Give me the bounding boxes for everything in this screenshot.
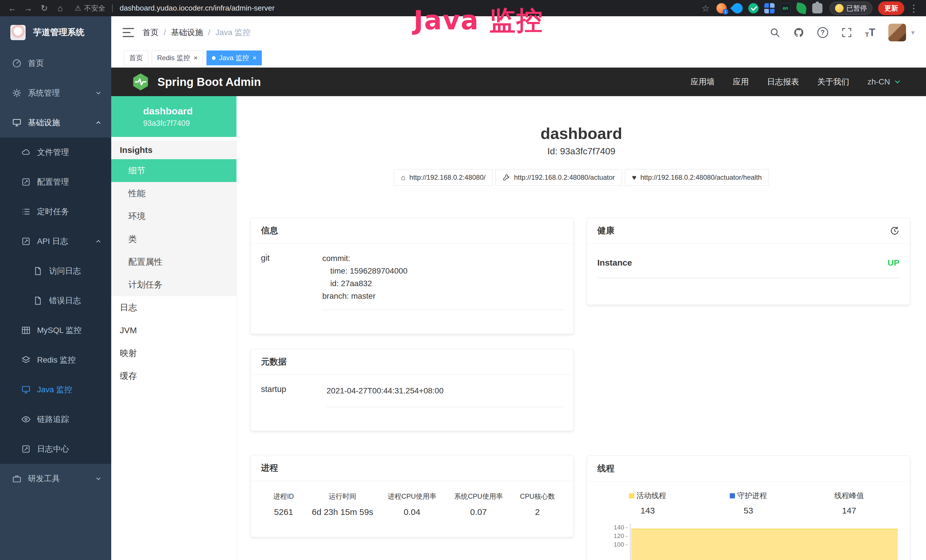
drop-extension-icon[interactable]: [730, 1, 745, 15]
info-line: branch: master: [322, 290, 563, 303]
sba-item-caches[interactable]: 缓存: [111, 365, 236, 387]
check-extension-icon[interactable]: [748, 3, 759, 14]
service-url-link[interactable]: ⌂ http://192.168.0.2:48080/: [394, 169, 493, 186]
fullscreen-icon[interactable]: [841, 27, 852, 38]
sidebar-item-error-logs[interactable]: 错误日志: [0, 286, 111, 316]
sba-header: Spring Boot Admin 应用墙 应用 日志报表 关于我们 zh-CN: [111, 68, 926, 96]
browser-menu-icon[interactable]: ⋮: [907, 2, 920, 15]
divider: [112, 4, 113, 12]
tab-java-monitor[interactable]: Java 监控 ×: [206, 50, 262, 65]
search-icon[interactable]: [769, 27, 780, 38]
sidebar-item-redis-monitor[interactable]: Redis 监控: [0, 345, 111, 375]
sba-item-scheduled-tasks[interactable]: 计划任务: [111, 273, 236, 296]
sba-item-logs[interactable]: 日志: [111, 296, 236, 319]
health-card: 健康 Instance UP: [587, 218, 910, 305]
avatar-caret-icon[interactable]: ▾: [911, 29, 915, 36]
hamburger-icon[interactable]: [123, 28, 134, 37]
sba-main: dashboard Id: 93a3fc7f7409 ⌂ http://192.…: [237, 96, 926, 560]
legend-label: 线程峰值: [834, 491, 864, 501]
sidebar-item-log-center[interactable]: 日志中心: [0, 434, 111, 464]
sidebar-item-config-management[interactable]: 配置管理: [0, 167, 111, 197]
sba-nav-applications[interactable]: 应用: [733, 76, 749, 87]
health-url-link[interactable]: ♥ http://192.168.0.2:48080/actuator/heal…: [625, 169, 769, 186]
sba-item-mappings[interactable]: 映射: [111, 342, 236, 365]
help-icon[interactable]: ?: [817, 27, 828, 38]
process-card: 进程 进程ID 5261: [250, 455, 574, 537]
address-bar-url[interactable]: dashboard.yudao.iocoder.cn/infra/admin-s…: [120, 4, 274, 12]
sidebar-item-infrastructure[interactable]: 基础设施: [0, 108, 111, 138]
sba-nav-journal[interactable]: 日志报表: [767, 76, 799, 87]
card-title-text: 线程: [598, 463, 614, 474]
wrench-icon: [502, 174, 510, 181]
sidebar-item-api-logs[interactable]: API 日志: [0, 227, 111, 256]
breadcrumb-item-infrastructure[interactable]: 基础设施: [171, 27, 203, 38]
stat-value: 6d 23h 15m 59s: [306, 507, 379, 517]
sidebar-item-label: 访问日志: [49, 266, 102, 277]
threads-card-body: 活动线程 143 守护进程 53: [587, 481, 910, 560]
sidebar-item-system[interactable]: 系统管理: [0, 78, 111, 108]
back-icon[interactable]: ←: [6, 2, 19, 15]
sba-instance-header[interactable]: dashboard 93a3fc7f7409: [111, 96, 236, 137]
instance-name: dashboard: [143, 106, 236, 117]
sba-item-environment[interactable]: 环境: [111, 205, 236, 228]
actuator-url-link[interactable]: http://192.168.0.2:48080/actuator: [495, 169, 622, 186]
y-tick: 120: [614, 532, 624, 540]
sidebar-item-access-logs[interactable]: 访问日志: [0, 256, 111, 286]
tab-label: 首页: [129, 53, 143, 62]
tab-home[interactable]: 首页: [124, 50, 148, 65]
document-icon: [33, 266, 43, 276]
bookmark-star-icon[interactable]: ☆: [699, 2, 712, 15]
sidebar-item-tracing[interactable]: 链路追踪: [0, 404, 111, 434]
breadcrumb-item-home[interactable]: 首页: [142, 27, 159, 38]
tab-redis-monitor[interactable]: Redis 监控 ×: [152, 50, 203, 65]
process-card-title: 进程: [251, 455, 573, 481]
stat-value: 0.04: [379, 507, 445, 517]
leaf-extension-icon[interactable]: [795, 2, 807, 14]
monitor-icon: [12, 118, 22, 127]
sba-nav-wallboard[interactable]: 应用墙: [691, 76, 715, 87]
tab-close-icon[interactable]: ×: [194, 54, 198, 61]
home-icon[interactable]: ⌂: [54, 2, 67, 15]
small-t: T: [865, 31, 869, 38]
cards-left-column: 信息 git commit: time: 1596289704000: [250, 218, 574, 560]
paused-badge[interactable]: 已暂停: [830, 2, 872, 15]
info-line: commit:: [322, 252, 563, 265]
tab-close-icon[interactable]: ×: [253, 54, 256, 61]
sidebar-item-file-management[interactable]: 文件管理: [0, 138, 111, 167]
puzzle-extensions-icon[interactable]: [812, 3, 823, 14]
card-title-text: 元数据: [261, 356, 287, 368]
sidebar-item-home[interactable]: 首页: [0, 48, 111, 78]
infrastructure-submenu: 文件管理 配置管理 定时任务 API 日志: [0, 138, 111, 464]
on-badge-extension-icon[interactable]: on: [780, 3, 791, 14]
font-size-icon[interactable]: TT: [865, 27, 875, 38]
sba-item-performance[interactable]: 性能: [111, 182, 236, 205]
history-icon[interactable]: [890, 226, 899, 236]
sba-item-details[interactable]: 细节: [111, 159, 236, 182]
update-button[interactable]: 更新: [878, 2, 904, 15]
fox-extension-icon[interactable]: 1: [716, 3, 727, 14]
sidebar-item-label: API 日志: [37, 236, 88, 247]
sba-locale-select[interactable]: zh-CN: [867, 77, 902, 86]
app-logo[interactable]: 芋道管理系统: [0, 16, 111, 48]
sba-item-classes[interactable]: 类: [111, 228, 236, 250]
info-key: git: [261, 252, 322, 310]
site-security-chip[interactable]: ⚠ 不安全: [75, 3, 105, 13]
info-card-title: 信息: [251, 218, 573, 244]
sba-locale-value: zh-CN: [867, 77, 890, 86]
forward-icon[interactable]: →: [22, 2, 35, 15]
user-avatar[interactable]: [888, 24, 906, 41]
instance-links: ⌂ http://192.168.0.2:48080/ http://192.1…: [237, 169, 926, 186]
threads-chart-y-axis: 140 120 100: [598, 524, 628, 560]
sidebar-item-java-monitor[interactable]: Java 监控: [0, 375, 111, 404]
sba-nav-about[interactable]: 关于我们: [817, 76, 849, 87]
sba-item-config-props[interactable]: 配置属性: [111, 250, 236, 273]
grid-extension-icon[interactable]: [764, 3, 775, 14]
sidebar-item-dev-tools[interactable]: 研发工具: [0, 464, 111, 493]
sidebar-item-mysql-monitor[interactable]: MySQL 监控: [0, 316, 111, 345]
reload-icon[interactable]: ↻: [38, 2, 51, 15]
edit-icon: [21, 444, 31, 454]
sidebar-item-scheduled-jobs[interactable]: 定时任务: [0, 197, 111, 227]
github-icon[interactable]: [793, 27, 804, 38]
sba-item-jvm[interactable]: JVM: [111, 319, 236, 342]
chevron-down-icon: [95, 89, 102, 97]
